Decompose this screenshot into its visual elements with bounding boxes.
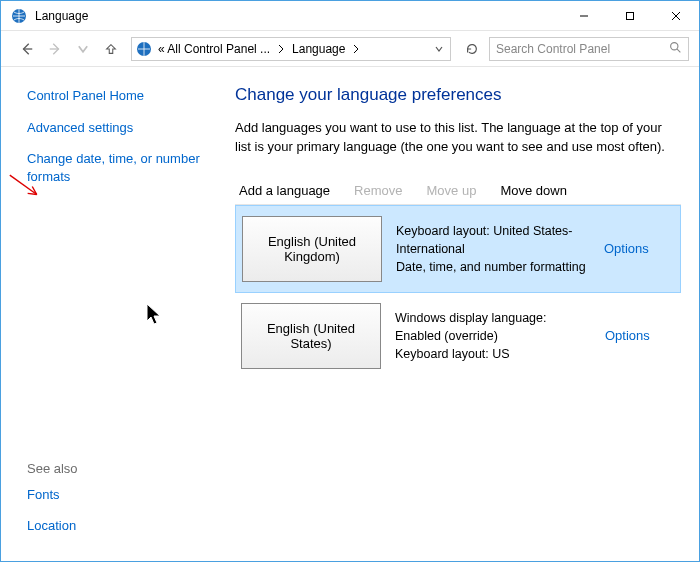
sidebar-advanced-link[interactable]: Advanced settings (27, 119, 205, 137)
language-info: Keyboard layout: United States-Internati… (396, 216, 590, 282)
refresh-button[interactable] (459, 37, 485, 61)
language-button[interactable]: English (United States) (241, 303, 381, 369)
remove-language-button: Remove (354, 183, 402, 198)
history-dropdown[interactable] (71, 37, 95, 61)
window-title: Language (35, 9, 561, 23)
back-button[interactable] (15, 37, 39, 61)
titlebar: Language (1, 1, 699, 31)
sidebar-seealso-heading: See also (27, 461, 205, 476)
movedown-button[interactable]: Move down (500, 183, 566, 198)
address-bar[interactable]: « All Control Panel ... Language (131, 37, 451, 61)
close-button[interactable] (653, 1, 699, 31)
app-icon (11, 8, 27, 24)
navbar: « All Control Panel ... Language (1, 31, 699, 67)
sidebar-fonts-link[interactable]: Fonts (27, 486, 205, 504)
language-options-link[interactable]: Options (605, 328, 650, 343)
language-list: English (United Kingdom) Keyboard layout… (235, 204, 681, 380)
breadcrumb-sep2-icon[interactable] (351, 44, 361, 54)
search-box[interactable] (489, 37, 689, 61)
sidebar-location-link[interactable]: Location (27, 517, 205, 535)
svg-rect-2 (627, 12, 634, 19)
language-info: Windows display language: Enabled (overr… (395, 303, 591, 369)
breadcrumb-current[interactable]: Language (289, 42, 348, 56)
svg-point-8 (671, 42, 678, 49)
window: Language « All Control Panel ... Languag… (0, 0, 700, 562)
language-options-link[interactable]: Options (604, 241, 649, 256)
search-input[interactable] (496, 42, 669, 56)
page-description: Add languages you want to use to this li… (235, 119, 681, 157)
add-language-button[interactable]: Add a language (239, 183, 330, 198)
svg-line-9 (677, 49, 680, 52)
language-button[interactable]: English (United Kingdom) (242, 216, 382, 282)
breadcrumb-sep-icon[interactable] (276, 44, 286, 54)
forward-button[interactable] (43, 37, 67, 61)
search-icon[interactable] (669, 40, 682, 58)
sidebar-home-link[interactable]: Control Panel Home (27, 87, 205, 105)
up-button[interactable] (99, 37, 123, 61)
window-buttons (561, 1, 699, 31)
language-toolbar: Add a language Remove Move up Move down (235, 177, 681, 204)
breadcrumb-root[interactable]: « All Control Panel ... (155, 42, 273, 56)
sidebar-dateformats-link[interactable]: Change date, time, or number formats (27, 150, 205, 185)
world-icon (136, 41, 152, 57)
sidebar: Control Panel Home Advanced settings Cha… (1, 67, 217, 561)
language-row[interactable]: English (United Kingdom) Keyboard layout… (235, 205, 681, 293)
address-dropdown-icon[interactable] (432, 44, 446, 54)
moveup-button: Move up (427, 183, 477, 198)
minimize-button[interactable] (561, 1, 607, 31)
body: Control Panel Home Advanced settings Cha… (1, 67, 699, 561)
language-row[interactable]: English (United States) Windows display … (235, 293, 681, 380)
main: Change your language preferences Add lan… (217, 67, 699, 561)
page-heading: Change your language preferences (235, 85, 681, 105)
maximize-button[interactable] (607, 1, 653, 31)
